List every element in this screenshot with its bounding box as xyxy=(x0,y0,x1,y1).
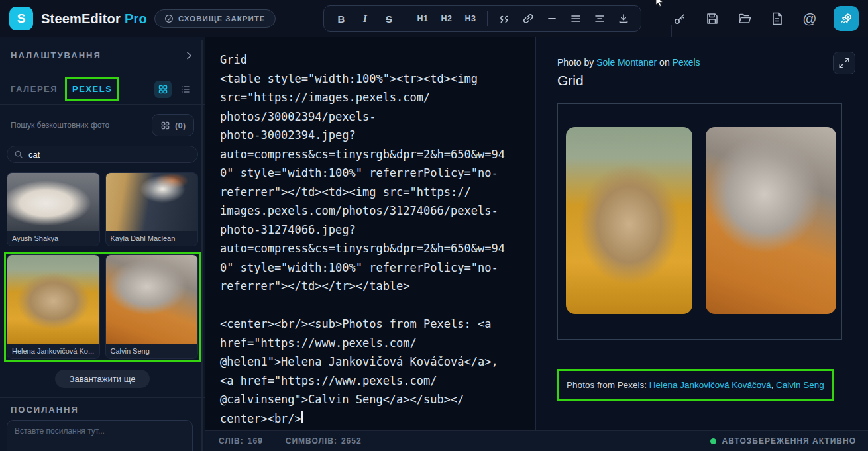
document-button[interactable] xyxy=(769,10,786,27)
settings-section-toggle[interactable]: НАЛАШТУВАННЯ xyxy=(0,37,205,74)
app-window: S SteemEditorPro СХОВИЩЕ ЗАКРИТЕ B I S H… xyxy=(0,0,868,451)
mentions-button[interactable]: @ xyxy=(801,10,818,27)
search-section-label: Пошук безкоштовних фото xyxy=(11,121,109,130)
vault-label: СХОВИЩЕ ЗАКРИТЕ xyxy=(178,15,266,23)
author-link[interactable]: Sole Montaner xyxy=(596,57,657,68)
folder-icon xyxy=(737,11,753,26)
load-more-button[interactable]: Завантажити ще xyxy=(55,370,150,388)
photo-result-calvin[interactable]: Calvin Seng xyxy=(105,254,199,359)
strikethrough-button[interactable]: S xyxy=(378,9,400,28)
preview-image-bengal-cat xyxy=(566,127,692,314)
preview-pane: Photo by Sole Montaner on Pexels Grid xyxy=(535,37,868,430)
grid-icon xyxy=(158,84,168,95)
save-icon xyxy=(704,11,720,26)
word-count: СЛІВ:169 xyxy=(219,436,263,446)
app-title: SteemEditorPro xyxy=(41,11,147,26)
mouse-pointer xyxy=(655,0,664,7)
tab-pexels[interactable]: PEXELS xyxy=(72,84,112,94)
blockquote-button[interactable] xyxy=(494,9,515,28)
tab-gallery[interactable]: ГАЛЕРЕЯ xyxy=(11,84,58,94)
h3-button[interactable]: H3 xyxy=(460,9,481,28)
header-bar: S SteemEditorPro СХОВИЩЕ ЗАКРИТЕ B I S H… xyxy=(0,0,868,37)
align-justify-button[interactable] xyxy=(565,9,586,28)
list-view-toggle[interactable] xyxy=(177,81,194,98)
key-icon xyxy=(672,11,688,26)
photo-attribution: Photo by Sole Montaner on Pexels xyxy=(557,57,849,68)
char-count: СИМВОЛІВ:2652 xyxy=(286,436,362,446)
pexels-link[interactable]: Pexels xyxy=(673,57,700,68)
quote-icon xyxy=(498,12,511,25)
autosave-active-dot xyxy=(710,438,716,444)
links-header-label: ПОСИЛАННЯ xyxy=(0,398,205,419)
text-caret xyxy=(301,411,303,423)
autosave-status: АВТОЗБЕРЕЖЕННЯ АКТИВНО xyxy=(710,436,856,446)
photo-result-helena[interactable]: Helena Jankovičová Ko... xyxy=(7,254,100,359)
h1-button[interactable]: H1 xyxy=(412,9,433,28)
vault-icon xyxy=(164,14,174,23)
publish-button[interactable] xyxy=(834,6,859,31)
document-icon xyxy=(769,11,785,26)
credit-link-helena[interactable]: Helena Jankovičová Kováčová xyxy=(649,380,771,390)
expand-preview-button[interactable] xyxy=(833,52,855,74)
align-justify-icon xyxy=(569,12,582,25)
align-center-button[interactable] xyxy=(589,9,610,28)
search-icon xyxy=(14,150,23,159)
hr-icon xyxy=(545,12,559,25)
table-cell xyxy=(558,104,700,339)
photo-result-kayla[interactable]: Kayla Dahl Maclean xyxy=(105,172,199,246)
vault-status-badge[interactable]: СХОВИЩЕ ЗАКРИТЕ xyxy=(154,9,276,28)
app-title-pro: Pro xyxy=(125,11,147,26)
toolbar-divider xyxy=(406,11,406,26)
editor-textarea[interactable]: Grid <table style="width:100%"><tr><td><… xyxy=(220,50,520,428)
brand: S SteemEditorPro xyxy=(9,7,147,30)
open-file-button[interactable] xyxy=(736,10,753,27)
selected-photos-counter[interactable]: (0) xyxy=(152,114,194,136)
grid-view-toggle[interactable] xyxy=(154,81,172,98)
credit-link-calvin[interactable]: Calvin Seng xyxy=(776,380,824,390)
links-textarea[interactable] xyxy=(7,420,193,451)
header-actions: @ xyxy=(671,0,859,37)
annotation-box-selected-photos: Helena Jankovičová Ko... Calvin Seng xyxy=(7,254,198,359)
photo-thumb-bengal-cat xyxy=(7,255,99,344)
italic-button[interactable]: I xyxy=(354,9,376,28)
sidebar-scrollbar[interactable] xyxy=(201,40,203,451)
toolbar-divider xyxy=(487,11,488,26)
photo-thumb-calico-cat xyxy=(106,173,198,231)
save-button[interactable] xyxy=(704,10,721,27)
preview-image-tabby-cat xyxy=(706,127,836,314)
align-center-icon xyxy=(593,12,606,25)
photo-author: Kayla Dahl Maclean xyxy=(106,231,198,246)
photo-author: Helena Jankovičová Ko... xyxy=(7,344,99,358)
expand-icon xyxy=(838,57,850,69)
photo-thumb-white-cat xyxy=(7,173,99,231)
photo-result-ayush[interactable]: Ayush Shakya xyxy=(7,172,100,246)
link-icon xyxy=(521,12,535,25)
preview-title: Grid xyxy=(557,73,849,89)
photo-results-grid: Ayush Shakya Kayla Dahl Maclean xyxy=(0,168,205,246)
credits-prefix: Photos from Pexels: xyxy=(567,380,647,390)
list-icon xyxy=(180,84,191,95)
rocket-icon xyxy=(839,11,853,26)
photo-author: Calvin Seng xyxy=(106,344,198,358)
sidebar: НАЛАШТУВАННЯ ГАЛЕРЕЯ PEXELS xyxy=(0,37,205,451)
table-cell xyxy=(700,104,841,339)
at-icon: @ xyxy=(802,11,816,26)
grid-icon xyxy=(160,121,170,130)
markdown-editor-pane: Grid <table style="width:100%"><tr><td><… xyxy=(205,37,535,430)
bold-button[interactable]: B xyxy=(331,9,352,28)
h2-button[interactable]: H2 xyxy=(436,9,457,28)
chevron-right-icon xyxy=(184,50,194,61)
formatting-toolbar: B I S H1 H2 H3 xyxy=(323,5,641,32)
photo-thumb-tabby-cat xyxy=(106,255,198,344)
horizontal-rule-button[interactable] xyxy=(541,9,563,28)
autosave-label: АВТОЗБЕРЕЖЕННЯ АКТИВНО xyxy=(722,436,856,446)
import-download-button[interactable] xyxy=(613,9,634,28)
photo-author: Ayush Shakya xyxy=(7,231,99,246)
download-icon xyxy=(617,12,630,25)
annotation-box-credits: Photos from Pexels: Helena Jankovičová K… xyxy=(557,369,834,401)
keys-button[interactable] xyxy=(671,10,688,27)
settings-header-label: НАЛАШТУВАННЯ xyxy=(11,50,101,60)
search-input[interactable] xyxy=(28,150,191,160)
link-button[interactable] xyxy=(517,9,539,28)
preview-image-table xyxy=(557,103,842,340)
